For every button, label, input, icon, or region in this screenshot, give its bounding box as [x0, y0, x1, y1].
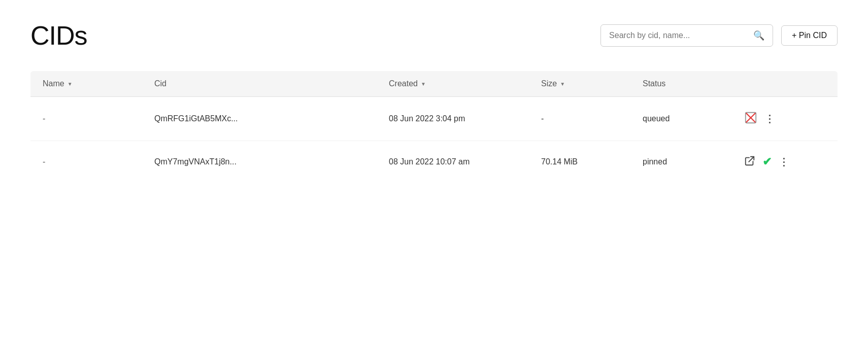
cell-size-1: 70.14 MiB — [541, 157, 643, 166]
cell-created-1: 08 Jun 2022 10:07 am — [389, 157, 541, 166]
cell-created-0: 08 Jun 2022 3:04 pm — [389, 114, 541, 123]
header: CIDs 🔍 + Pin CID — [30, 20, 838, 51]
cell-cid-1: QmY7mgVNAxT1j8n... — [154, 157, 389, 166]
table-body: - QmRFG1iGtAB5MXc... 08 Jun 2022 3:04 pm… — [30, 96, 838, 183]
cell-actions-1: ✔ ⋮ — [744, 155, 825, 168]
check-icon: ✔ — [762, 155, 772, 168]
page-container: CIDs 🔍 + Pin CID Name ▼ Cid Created ▼ — [0, 0, 868, 203]
open-icon[interactable] — [744, 155, 755, 168]
cell-status-0: queued — [643, 114, 744, 123]
cell-status-1: pinned — [643, 157, 744, 166]
more-menu-icon[interactable]: ⋮ — [764, 113, 775, 125]
delete-icon[interactable] — [744, 111, 757, 126]
pin-cid-button[interactable]: + Pin CID — [781, 25, 838, 46]
search-input[interactable] — [609, 31, 753, 40]
sort-arrow-created[interactable]: ▼ — [421, 81, 426, 87]
page-title: CIDs — [30, 20, 87, 51]
sort-arrow-name[interactable]: ▼ — [68, 81, 73, 87]
table-row: - QmRFG1iGtAB5MXc... 08 Jun 2022 3:04 pm… — [30, 97, 838, 141]
cell-name-0: - — [43, 114, 154, 123]
col-header-created: Created ▼ — [389, 79, 541, 88]
col-header-status: Status — [643, 79, 744, 88]
cell-name-1: - — [43, 157, 154, 166]
sort-arrow-size[interactable]: ▼ — [560, 81, 565, 87]
col-header-size: Size ▼ — [541, 79, 643, 88]
more-menu-icon[interactable]: ⋮ — [779, 156, 789, 168]
header-actions: 🔍 + Pin CID — [600, 24, 838, 47]
table: Name ▼ Cid Created ▼ Size ▼ Status — [30, 71, 838, 183]
search-box[interactable]: 🔍 — [600, 24, 773, 47]
col-header-name: Name ▼ — [43, 79, 154, 88]
table-row: - QmY7mgVNAxT1j8n... 08 Jun 2022 10:07 a… — [30, 141, 838, 183]
cell-size-0: - — [541, 114, 643, 123]
search-icon: 🔍 — [753, 30, 764, 41]
table-header: Name ▼ Cid Created ▼ Size ▼ Status — [30, 71, 838, 96]
cell-cid-0: QmRFG1iGtAB5MXc... — [154, 114, 389, 123]
cell-actions-0: ⋮ — [744, 111, 825, 126]
col-header-cid: Cid — [154, 79, 389, 88]
